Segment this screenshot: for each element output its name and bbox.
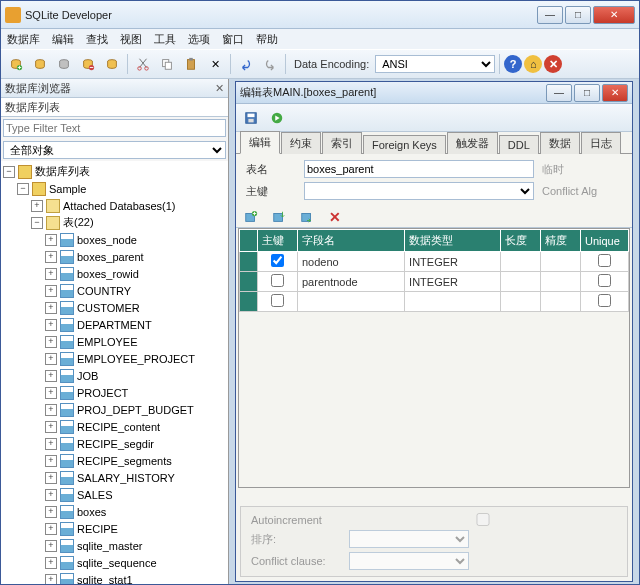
left-panel: 数据库浏览器 ✕ 数据库列表 全部对象 −数据库列表 −Sample +Atta… xyxy=(1,79,229,584)
tree-table[interactable]: +sqlite_stat1 xyxy=(3,571,226,584)
tab-data[interactable]: 数据 xyxy=(540,132,580,154)
tree-table[interactable]: +RECIPE_content xyxy=(3,418,226,435)
pk-select[interactable] xyxy=(304,182,534,200)
tree-table[interactable]: +SALES xyxy=(3,486,226,503)
svg-rect-15 xyxy=(248,118,253,122)
menu-database[interactable]: 数据库 xyxy=(7,32,40,47)
browser-close-icon[interactable]: ✕ xyxy=(215,82,224,95)
db-edit-icon[interactable] xyxy=(101,53,123,75)
menu-tools[interactable]: 工具 xyxy=(154,32,176,47)
tree[interactable]: −数据库列表 −Sample +Attached Databases(1) −表… xyxy=(1,161,228,584)
menu-window[interactable]: 窗口 xyxy=(222,32,244,47)
svg-rect-14 xyxy=(248,113,255,117)
encoding-select[interactable]: ANSI xyxy=(375,55,495,73)
editor-minimize-button[interactable]: — xyxy=(546,84,572,102)
tab-edit[interactable]: 编辑 xyxy=(240,131,280,154)
tree-table[interactable]: +JOB xyxy=(3,367,226,384)
tree-table[interactable]: +EMPLOYEE_PROJECT xyxy=(3,350,226,367)
tab-constraint[interactable]: 约束 xyxy=(281,132,321,154)
col-len[interactable]: 长度 xyxy=(501,230,541,252)
tree-table[interactable]: +RECIPE_segdir xyxy=(3,435,226,452)
menu-view[interactable]: 视图 xyxy=(120,32,142,47)
name-label: 表名 xyxy=(246,162,296,177)
maximize-button[interactable]: □ xyxy=(565,6,591,24)
filter-input[interactable] xyxy=(3,119,226,137)
cut-icon[interactable] xyxy=(132,53,154,75)
order-select xyxy=(349,530,469,548)
tree-table[interactable]: +sqlite_master xyxy=(3,537,226,554)
stop-icon[interactable]: ✕ xyxy=(544,55,562,73)
grid-row[interactable]: parentnodeINTEGER xyxy=(240,272,629,292)
menu-edit[interactable]: 编辑 xyxy=(52,32,74,47)
encoding-label: Data Encoding: xyxy=(294,58,369,70)
tree-table[interactable]: +PROJ_DEPT_BUDGET xyxy=(3,401,226,418)
tree-table[interactable]: +RECIPE_segments xyxy=(3,452,226,469)
copy-icon[interactable] xyxy=(156,53,178,75)
tab-ddl[interactable]: DDL xyxy=(499,135,539,154)
tree-root[interactable]: −数据库列表 xyxy=(3,163,226,180)
delete-col-icon[interactable]: ✕ xyxy=(324,206,346,228)
db-delete-icon[interactable] xyxy=(77,53,99,75)
columns-grid[interactable]: 主键 字段名 数据类型 长度 精度 Unique nodenoINTEGERpa… xyxy=(238,228,630,488)
tree-table[interactable]: +PROJECT xyxy=(3,384,226,401)
grid-new-row[interactable] xyxy=(240,292,629,312)
editor-close-button[interactable]: ✕ xyxy=(602,84,628,102)
delete-icon[interactable]: ✕ xyxy=(204,53,226,75)
minimize-button[interactable]: — xyxy=(537,6,563,24)
tab-fk[interactable]: Foreign Keys xyxy=(363,135,446,154)
menu-options[interactable]: 选项 xyxy=(188,32,210,47)
order-label: 排序: xyxy=(251,532,341,547)
col-type[interactable]: 数据类型 xyxy=(405,230,501,252)
tree-attached[interactable]: +Attached Databases(1) xyxy=(3,197,226,214)
temp-label: 临时 xyxy=(542,162,622,177)
grid-row[interactable]: nodenoINTEGER xyxy=(240,252,629,272)
help-icon[interactable]: ? xyxy=(504,55,522,73)
tree-tables[interactable]: −表(22) xyxy=(3,214,226,231)
close-button[interactable]: ✕ xyxy=(593,6,635,24)
tree-table[interactable]: +RECIPE xyxy=(3,520,226,537)
undo-icon[interactable] xyxy=(235,53,257,75)
tab-index[interactable]: 索引 xyxy=(322,132,362,154)
move-col-icon[interactable] xyxy=(296,206,318,228)
tree-table[interactable]: +COUNTRY xyxy=(3,282,226,299)
editor-titlebar[interactable]: 编辑表MAIN.[boxes_parent] — □ ✕ xyxy=(236,82,632,104)
tree-table[interactable]: +SALARY_HISTORY xyxy=(3,469,226,486)
tab-trigger[interactable]: 触发器 xyxy=(447,132,498,154)
tree-table[interactable]: +boxes_node xyxy=(3,231,226,248)
tree-table[interactable]: +boxes_parent xyxy=(3,248,226,265)
db-open-icon[interactable] xyxy=(29,53,51,75)
tree-table[interactable]: +EMPLOYEE xyxy=(3,333,226,350)
save-icon[interactable] xyxy=(240,107,262,129)
db-refresh-icon[interactable] xyxy=(53,53,75,75)
main-titlebar[interactable]: SQLite Developer — □ ✕ xyxy=(1,1,639,29)
col-uniq[interactable]: Unique xyxy=(581,230,629,252)
col-prec[interactable]: 精度 xyxy=(541,230,581,252)
svg-rect-10 xyxy=(165,62,171,69)
redo-icon[interactable] xyxy=(259,53,281,75)
editor-maximize-button[interactable]: □ xyxy=(574,84,600,102)
tab-log[interactable]: 日志 xyxy=(581,132,621,154)
tree-table[interactable]: +boxes_rowid xyxy=(3,265,226,282)
scope-select[interactable]: 全部对象 xyxy=(3,141,226,159)
db-add-icon[interactable] xyxy=(5,53,27,75)
menu-find[interactable]: 查找 xyxy=(86,32,108,47)
tree-table[interactable]: +boxes xyxy=(3,503,226,520)
insert-col-icon[interactable] xyxy=(268,206,290,228)
menu-help[interactable]: 帮助 xyxy=(256,32,278,47)
add-col-icon[interactable] xyxy=(240,206,262,228)
col-pk[interactable]: 主键 xyxy=(258,230,298,252)
home-icon[interactable]: ⌂ xyxy=(524,55,542,73)
editor-title: 编辑表MAIN.[boxes_parent] xyxy=(240,85,546,100)
paste-icon[interactable] xyxy=(180,53,202,75)
col-name[interactable]: 字段名 xyxy=(298,230,405,252)
tree-table[interactable]: +sqlite_sequence xyxy=(3,554,226,571)
browser-header-title: 数据库浏览器 xyxy=(5,81,71,96)
tree-table[interactable]: +DEPARTMENT xyxy=(3,316,226,333)
tree-db[interactable]: −Sample xyxy=(3,180,226,197)
autoinc-checkbox xyxy=(349,513,617,526)
pk-label: 主键 xyxy=(246,184,296,199)
tree-table[interactable]: +CUSTOMER xyxy=(3,299,226,316)
run-icon[interactable] xyxy=(266,107,288,129)
table-name-input[interactable] xyxy=(304,160,534,178)
browser-tab[interactable]: 数据库列表 xyxy=(1,98,228,117)
